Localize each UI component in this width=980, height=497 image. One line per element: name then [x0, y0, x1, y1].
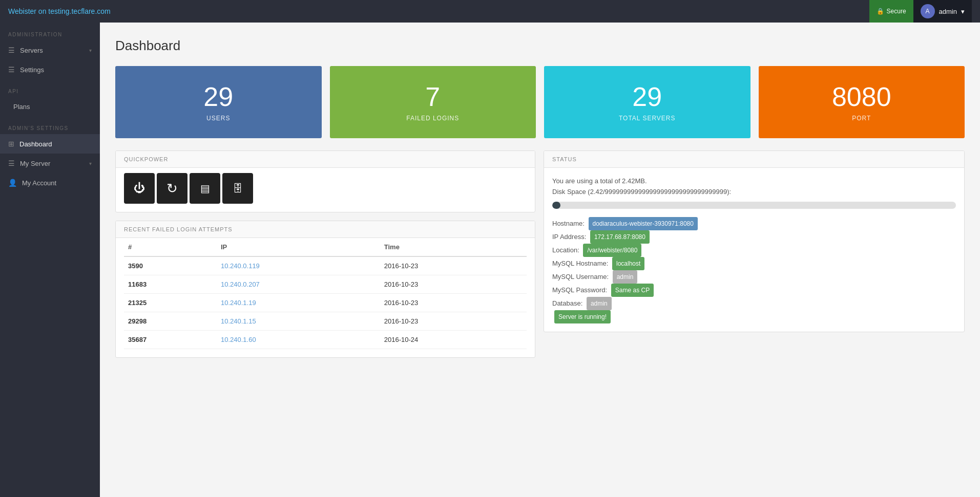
mysql-user-value: admin: [613, 270, 638, 284]
quickpower-panel: QUICKPOWER ⏻ ↻ ▤ 🗄: [115, 150, 535, 212]
table-row: 35687 10.240.1.60 2016-10-24: [124, 331, 527, 349]
failed-logins-table: # IP Time 3590 10.240.0.119 2016-10-23 1…: [124, 238, 527, 349]
list-button[interactable]: ▤: [190, 173, 220, 204]
cell-ip: 10.240.1.60: [217, 331, 380, 349]
hostname-row: Hostname: dodiaraculus-webister-3930971:…: [552, 217, 956, 230]
failed-logins-table-wrap: # IP Time 3590 10.240.0.119 2016-10-23 1…: [116, 238, 535, 357]
brand-prefix: Webister on: [8, 7, 48, 15]
sidebar: ADMINISTRATION ☰ Servers ▾ ☰ Settings AP…: [0, 23, 100, 497]
status-body: You are using a total of 2.42MB. Disk Sp…: [544, 168, 964, 332]
database-button[interactable]: 🗄: [222, 173, 253, 204]
my-account-icon: 👤: [8, 179, 17, 187]
status-panel: STATUS You are using a total of 2.42MB. …: [544, 150, 965, 332]
mysql-host-row: MySQL Hostname: localhost: [552, 257, 956, 270]
user-label: admin: [939, 8, 957, 15]
cell-id: 35687: [124, 331, 217, 349]
list-icon: ▤: [200, 182, 210, 195]
sidebar-item-servers[interactable]: ☰ Servers ▾: [0, 40, 100, 60]
stat-card-users: 29 USERS: [115, 66, 322, 138]
brand-domain: testing.tecflare.com: [48, 7, 110, 15]
power-icon: ⏻: [134, 182, 145, 195]
stat-number-users: 29: [203, 82, 233, 112]
table-row: 3590 10.240.0.119 2016-10-23: [124, 256, 527, 275]
location-row: Location: /var/webister/8080: [552, 244, 956, 257]
cell-ip: 10.240.0.119: [217, 256, 380, 275]
cell-time: 2016-10-23: [380, 256, 527, 275]
power-button[interactable]: ⏻: [124, 173, 155, 204]
stats-row: 29 USERS 7 FAILED LOGINS 29 TOTAL SERVER…: [115, 66, 965, 138]
topbar: Webister on testing.tecflare.com 🔒 Secur…: [0, 0, 980, 23]
stat-number-port: 8080: [832, 82, 891, 112]
sidebar-item-settings[interactable]: ☰ Settings: [0, 60, 100, 79]
sidebar-item-label: Servers: [20, 47, 43, 54]
cell-ip: 10.240.0.207: [217, 275, 380, 294]
mysql-user-label: MySQL Username:: [552, 273, 609, 280]
stat-label-users: USERS: [206, 115, 230, 122]
failed-logins-panel: RECENT FAILED LOGIN ATTEMPTS # IP Time: [115, 221, 535, 358]
lock-icon: 🔒: [877, 8, 884, 15]
stat-card-failed-logins: 7 FAILED LOGINS: [330, 66, 536, 138]
ip-label: IP Address:: [552, 233, 586, 241]
mysql-pass-label: MySQL Password:: [552, 286, 607, 294]
db-row: Database: admin: [552, 297, 956, 310]
ip-value: 172.17.68.87:8080: [590, 230, 650, 244]
sidebar-item-label: Dashboard: [19, 140, 52, 148]
cell-id: 29298: [124, 312, 217, 331]
cell-time: 2016-10-23: [380, 312, 527, 331]
section-label-admin: ADMINISTRATION: [0, 23, 100, 40]
location-value: /var/webister/8080: [583, 244, 641, 257]
sidebar-item-plans[interactable]: Plans: [0, 97, 100, 116]
my-server-icon: ☰: [8, 159, 15, 167]
progress-bar-fill: [552, 202, 560, 209]
chevron-down-icon: ▾: [961, 8, 965, 15]
secure-badge: 🔒 Secure: [869, 0, 913, 23]
sidebar-item-label: Plans: [13, 103, 30, 111]
location-label: Location:: [552, 246, 579, 254]
col-header-id: #: [124, 238, 217, 256]
refresh-icon: ↻: [166, 181, 178, 197]
running-row: Server is running!: [552, 310, 956, 323]
chevron-down-icon: ▾: [89, 161, 92, 166]
mysql-host-value: localhost: [612, 257, 644, 270]
sidebar-item-my-server[interactable]: ☰ My Server ▾: [0, 154, 100, 173]
user-menu[interactable]: A admin ▾: [913, 0, 972, 23]
page-title: Dashboard: [115, 38, 965, 54]
cell-time: 2016-10-23: [380, 294, 527, 312]
chevron-down-icon: ▾: [89, 48, 92, 53]
mysql-host-label: MySQL Hostname:: [552, 260, 608, 267]
stat-card-total-servers: 29 TOTAL SERVERS: [544, 66, 750, 138]
cell-time: 2016-10-24: [380, 331, 527, 349]
brand: Webister on testing.tecflare.com: [8, 7, 111, 15]
stat-label-total-servers: TOTAL SERVERS: [619, 115, 676, 122]
cell-time: 2016-10-23: [380, 275, 527, 294]
sidebar-item-my-account[interactable]: 👤 My Account: [0, 173, 100, 192]
hostname-value: dodiaraculus-webister-3930971:8080: [589, 217, 698, 230]
table-row: 11683 10.240.0.207 2016-10-23: [124, 275, 527, 294]
status-header: STATUS: [544, 151, 964, 168]
db-label: Database:: [552, 299, 582, 307]
stat-label-port: PORT: [852, 115, 871, 122]
secure-label: Secure: [887, 8, 906, 15]
avatar: A: [921, 4, 935, 18]
sidebar-item-label: My Server: [20, 160, 50, 167]
bottom-row: QUICKPOWER ⏻ ↻ ▤ 🗄: [115, 150, 965, 358]
hostname-label: Hostname:: [552, 220, 585, 227]
mysql-pass-row: MySQL Password: Same as CP: [552, 284, 956, 297]
database-icon: 🗄: [233, 183, 243, 195]
refresh-button[interactable]: ↻: [157, 173, 187, 204]
topbar-right: 🔒 Secure A admin ▾: [869, 0, 972, 23]
cell-id: 11683: [124, 275, 217, 294]
stat-number-total-servers: 29: [632, 82, 662, 112]
stat-label-failed-logins: FAILED LOGINS: [406, 115, 459, 122]
sidebar-item-dashboard[interactable]: ⊞ Dashboard: [0, 134, 100, 154]
ip-row: IP Address: 172.17.68.87:8080: [552, 230, 956, 244]
sidebar-item-label: My Account: [22, 179, 56, 187]
db-value: admin: [587, 297, 612, 310]
settings-icon: ☰: [8, 66, 15, 74]
section-label-admin-settings: ADMIN'S SETTINGS: [0, 116, 100, 134]
main-content: Dashboard 29 USERS 7 FAILED LOGINS 29 TO…: [100, 23, 980, 497]
stat-card-port: 8080 PORT: [759, 66, 965, 138]
section-label-api: API: [0, 79, 100, 97]
quickpower-header: QUICKPOWER: [116, 151, 535, 168]
stat-number-failed-logins: 7: [425, 82, 440, 112]
